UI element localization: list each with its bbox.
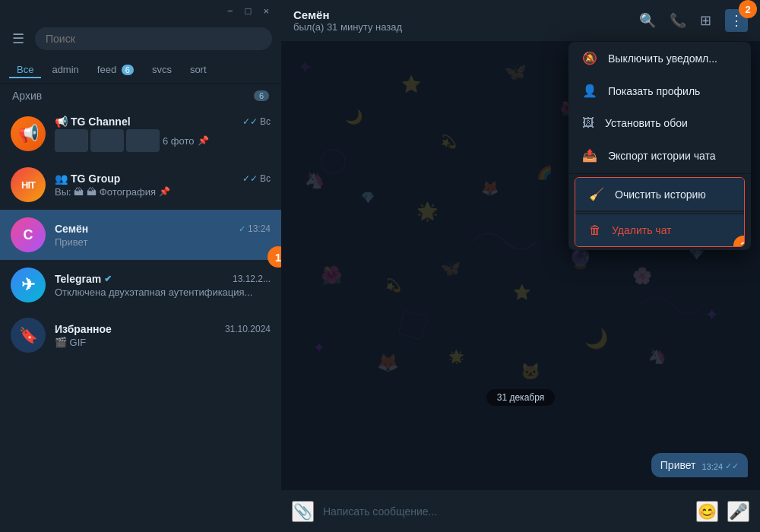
titlebar: − □ ×	[0, 0, 281, 21]
mic-button[interactable]: 🎤	[727, 501, 749, 522]
chat-time-saved: 31.10.2024	[225, 324, 271, 334]
chat-name-tg-group: 👥 TG Group	[55, 173, 120, 185]
archive-badge: 6	[254, 90, 269, 101]
chat-item-saved[interactable]: 🔖 Избранное 31.10.2024 🎬 GIF	[0, 310, 281, 360]
date-label: 31 декабря	[486, 389, 555, 406]
message-input[interactable]	[323, 505, 687, 518]
archive-row[interactable]: Архив 6	[0, 84, 281, 108]
avatar-tg-channel: 📢	[11, 116, 46, 151]
hamburger-icon[interactable]: ☰	[9, 27, 27, 50]
attach-button[interactable]: 📎	[292, 501, 314, 522]
message-text: Привет	[660, 459, 696, 471]
svg-text:🌸: 🌸	[632, 266, 653, 286]
avatar-saved: 🔖	[11, 318, 46, 353]
svg-text:🦊: 🦊	[377, 353, 399, 374]
svg-text:🦋: 🦋	[441, 258, 461, 278]
pin-icon-group: 📌	[159, 186, 170, 197]
svg-text:🦊: 🦊	[481, 180, 499, 198]
svg-text:💎: 💎	[361, 191, 375, 204]
svg-text:⭐: ⭐	[401, 74, 422, 94]
read-check-icon: ✓✓	[725, 461, 739, 471]
menu-item-delete[interactable]: 🗑 Удалить чат	[575, 214, 744, 246]
emoji-button[interactable]: 😊	[696, 501, 718, 522]
message-bubble: Привет 13:24 ✓✓	[651, 453, 748, 477]
chat-preview-tg-channel: 6 фото 📌	[55, 129, 271, 152]
svg-text:🌟: 🌟	[449, 349, 465, 365]
maximize-button[interactable]: □	[239, 4, 258, 18]
menu-label-export: Экспорт истории чата	[608, 150, 715, 162]
tab-svcs[interactable]: svcs	[144, 61, 179, 78]
tab-all[interactable]: Все	[9, 61, 41, 78]
more-button[interactable]: ⋮ 2	[725, 9, 748, 32]
svg-text:✦: ✦	[297, 56, 313, 78]
close-button[interactable]: ×	[257, 4, 275, 18]
step-badge-2: 2	[739, 0, 757, 18]
svg-text:✦: ✦	[313, 340, 325, 356]
chat-input-area: 📎 😊 🎤	[281, 489, 760, 532]
minimize-button[interactable]: −	[221, 4, 239, 18]
chat-header-status: был(а) 31 минуту назад	[293, 21, 630, 33]
menu-divider	[568, 173, 751, 174]
svg-point-31	[321, 150, 346, 174]
chat-header: Семён был(а) 31 минуту назад 🔍 📞 ⊞ ⋮ 2	[281, 0, 760, 42]
delete-icon: 🗑	[589, 223, 601, 237]
svg-rect-33	[398, 310, 428, 340]
app-container: − □ × ☰ Все admin feed 6 svcs sort Архив…	[0, 0, 760, 532]
menu-item-wallpaper[interactable]: 🖼 Установить обои	[568, 107, 751, 139]
filter-tabs: Все admin feed 6 svcs sort	[0, 56, 281, 84]
chat-preview-semen: Привет	[55, 236, 271, 248]
message-bubble-wrapper: Привет 13:24 ✓✓	[651, 453, 748, 477]
svg-text:🦋: 🦋	[505, 61, 527, 82]
svg-text:🦄: 🦄	[306, 170, 326, 190]
svg-text:🌈: 🌈	[537, 166, 553, 182]
message-meta: 13:24 ✓✓	[701, 461, 739, 471]
menu-item-clear[interactable]: 🧹 Очистить историю	[575, 178, 744, 211]
chat-item-tg-group[interactable]: HIT 👥 TG Group ✓✓ Вс Вы: 🏔	[0, 160, 281, 210]
svg-text:🌺: 🌺	[321, 264, 344, 286]
chat-item-telegram[interactable]: ✈ Telegram ✔ 13.12.2... Отключена двухэт…	[0, 260, 281, 310]
call-button[interactable]: 📞	[670, 12, 686, 29]
chat-item-semen[interactable]: С Семён ✓ 13:24 Привет	[0, 210, 281, 260]
pin-icon: 📌	[198, 135, 209, 146]
chat-name-tg-channel: 📢 TG Channel	[55, 116, 131, 128]
tab-sort[interactable]: sort	[182, 61, 214, 78]
svg-text:🌙: 🌙	[345, 108, 363, 125]
avatar-tg-group: HIT	[11, 167, 46, 202]
archive-label: Архив	[12, 90, 42, 102]
main-chat: Семён был(а) 31 минуту назад 🔍 📞 ⊞ ⋮ 2	[281, 0, 760, 532]
date-divider: 31 декабря	[281, 389, 760, 406]
wallpaper-icon: 🖼	[582, 116, 594, 130]
chat-preview-saved: 🎬 GIF	[55, 337, 271, 348]
sidebar: − □ × ☰ Все admin feed 6 svcs sort Архив…	[0, 0, 281, 532]
svg-text:✦: ✦	[705, 306, 719, 325]
search-input[interactable]	[35, 27, 272, 50]
chat-list: 📢 📢 TG Channel ✓✓ Вс	[0, 108, 281, 532]
search-button[interactable]: 🔍	[639, 12, 656, 29]
svg-text:🔮: 🔮	[568, 247, 593, 271]
header-actions: 🔍 📞 ⊞ ⋮ 2	[639, 9, 748, 32]
svg-text:💫: 💫	[441, 134, 457, 150]
menu-label-profile: Показать профиль	[608, 85, 700, 97]
chat-time-telegram: 13.12.2...	[233, 274, 271, 284]
menu-item-mute[interactable]: 🔕 Выключить уведомл...	[568, 42, 751, 74]
tab-feed[interactable]: feed 6	[90, 61, 141, 78]
mute-icon: 🔕	[582, 51, 597, 65]
chat-time-semen: ✓ 13:24	[239, 223, 271, 234]
chat-name-telegram: Telegram ✔	[55, 273, 112, 285]
avatar-semen: С	[11, 217, 46, 252]
chat-header-info: Семён был(а) 31 минуту назад	[293, 8, 630, 33]
chat-time-tg-group: ✓✓ Вс	[242, 173, 271, 184]
svg-text:⭐: ⭐	[513, 283, 531, 301]
highlighted-divider	[575, 212, 744, 213]
tab-admin[interactable]: admin	[44, 61, 86, 78]
svg-text:🌟: 🌟	[417, 201, 439, 222]
clear-icon: 🧹	[589, 187, 604, 201]
svg-text:🐱: 🐱	[521, 362, 541, 382]
chat-item-tg-channel[interactable]: 📢 📢 TG Channel ✓✓ Вс	[0, 108, 281, 160]
menu-label-delete: Удалить чат	[612, 224, 672, 236]
chat-name-saved: Избранное	[55, 323, 112, 335]
svg-text:💫: 💫	[385, 277, 401, 293]
columns-button[interactable]: ⊞	[700, 12, 711, 29]
menu-item-profile[interactable]: 👤 Показать профиль	[568, 74, 751, 107]
menu-item-export[interactable]: 📤 Экспорт истории чата	[568, 139, 751, 172]
